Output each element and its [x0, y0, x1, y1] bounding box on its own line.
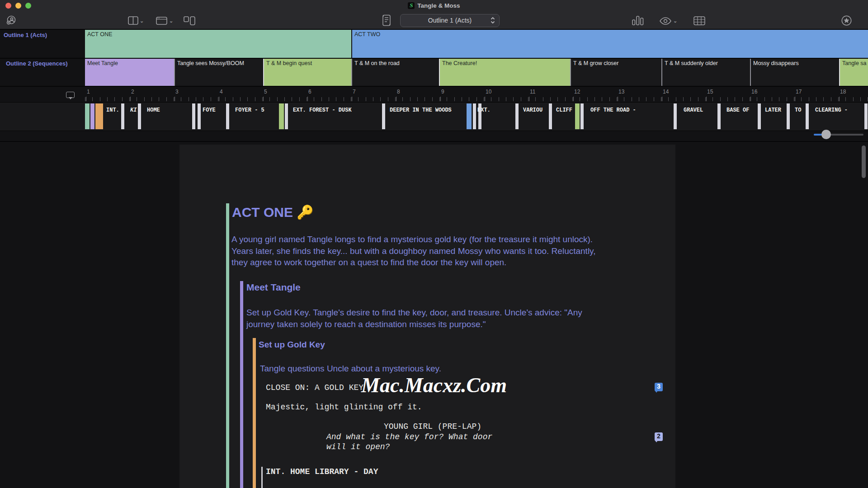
timeline-zoom-slider-knob[interactable]	[821, 130, 831, 139]
ruler-page-number: 2	[131, 89, 134, 95]
app-icon: S	[408, 2, 415, 9]
sequence-block[interactable]: T & M grow closer	[570, 59, 661, 86]
scene-boundary-marker[interactable]	[674, 103, 677, 129]
sequence-block[interactable]: Meet Tangle	[85, 59, 174, 86]
scene-label[interactable]: TO	[795, 107, 801, 113]
act-summary[interactable]: A young girl named Tangle longs to find …	[231, 234, 613, 268]
sequence-block[interactable]: T & M suddenly older	[661, 59, 750, 86]
ruler-page-number: 18	[840, 89, 846, 95]
scene-color-marker[interactable]	[575, 103, 580, 129]
outline-document-icon[interactable]	[382, 14, 391, 26]
scene-boundary-marker[interactable]	[138, 103, 141, 129]
ruler-page-number: 4	[220, 89, 223, 95]
star-circle-icon[interactable]	[841, 15, 852, 26]
scene-boundary-marker[interactable]	[382, 103, 385, 129]
scene-boundary-marker[interactable]	[758, 103, 761, 129]
window-icon[interactable]	[156, 17, 167, 25]
scene-color-marker[interactable]	[467, 103, 472, 129]
screenplay-action-line[interactable]: Majestic, light glinting off it.	[266, 403, 422, 412]
scene-boundary-marker[interactable]	[192, 103, 195, 129]
outline-indicator-bar	[226, 203, 229, 488]
eye-icon[interactable]	[659, 17, 672, 25]
revision-marker-badge[interactable]: 2	[655, 432, 663, 441]
screenplay-scene-heading[interactable]: INT. HOME LIBRARY - DAY	[266, 467, 378, 476]
app-window: STangle & Moss ⌄ ⌄	[0, 0, 868, 488]
scene-boundary-marker[interactable]	[806, 103, 809, 129]
scene-label[interactable]: FOYE	[203, 107, 216, 113]
scene-label[interactable]: BASE OF	[726, 107, 749, 113]
ruler-page-number: 16	[751, 89, 757, 95]
scene-label[interactable]: GRAVEL	[684, 107, 703, 113]
popup-updown-icon	[491, 16, 495, 24]
screenplay-dialogue-line[interactable]: And what is the key for? What door	[326, 432, 492, 441]
chevron-down-icon[interactable]: ⌄	[169, 18, 173, 24]
bar-chart-icon[interactable]	[632, 16, 644, 25]
outline-selector-dropdown[interactable]: Outline 1 (Acts)	[400, 14, 500, 27]
sequence-block[interactable]: Tangle sa	[839, 59, 868, 86]
scene-label[interactable]: KI	[130, 107, 137, 113]
sequence-block[interactable]: Tangle sees Mossy/BOOM	[174, 59, 263, 86]
scene-label[interactable]: VARIOU	[523, 107, 542, 113]
ruler-page-number: 7	[353, 89, 356, 95]
scene-label[interactable]: OFF THE ROAD -	[590, 107, 636, 113]
outline-selector-value: Outline 1 (Acts)	[428, 17, 472, 24]
scene-boundary-marker[interactable]	[226, 103, 229, 129]
badge-value: 3	[657, 383, 660, 390]
chevron-down-icon[interactable]: ⌄	[673, 18, 677, 24]
scene-color-marker[interactable]	[90, 103, 94, 129]
scene-label[interactable]: EXT. FOREST - DUSK	[293, 107, 352, 113]
scene-label[interactable]: DEEPER IN THE WOODS	[390, 107, 452, 113]
comment-bubble-icon[interactable]	[66, 92, 75, 98]
beat-summary[interactable]: Tangle questions Uncle about a mysteriou…	[260, 363, 622, 375]
scene-boundary-marker[interactable]	[787, 103, 790, 129]
scene-boundary-marker[interactable]	[473, 103, 476, 129]
scene-label[interactable]: FOYER - 5	[235, 107, 264, 113]
sequence-block[interactable]: T & M begin quest	[263, 59, 351, 86]
script-track: INT.KIHOMEFOYEFOYER - 5EXT. FOREST - DUS…	[0, 103, 868, 131]
scene-boundary-marker[interactable]	[580, 103, 584, 129]
sequence-block[interactable]: Mossy disappears	[750, 59, 839, 86]
screenplay-character-cue[interactable]: YOUNG GIRL (PRE-LAP)	[384, 422, 481, 431]
ruler-page-number: 17	[796, 89, 802, 95]
scene-label[interactable]: CLIFF	[556, 107, 572, 113]
chevron-down-icon[interactable]: ⌄	[140, 18, 144, 24]
sequence-heading[interactable]: Meet Tangle	[246, 282, 301, 293]
screenplay-dialogue-line[interactable]: will it open?	[326, 442, 390, 451]
scene-color-marker[interactable]	[95, 103, 103, 129]
sidebar-columns-icon[interactable]	[128, 16, 138, 25]
script-timeline-row[interactable]: Script INT.KIHOMEFOYEFOYER - 5EXT. FORES…	[0, 102, 868, 131]
beat-heading[interactable]: Set up Gold Key	[259, 340, 325, 350]
sequence-block[interactable]: T & M on the road	[351, 59, 439, 86]
scene-boundary-marker[interactable]	[198, 103, 201, 129]
sequence-summary[interactable]: Set up Gold Key. Tangle's desire to find…	[246, 307, 608, 330]
sequence-block[interactable]: The Creature!	[439, 59, 570, 86]
scene-label[interactable]: HOME	[147, 107, 160, 113]
ruler-page-number: 11	[530, 89, 535, 95]
ruler-page-number: 8	[397, 89, 400, 95]
scene-boundary-marker[interactable]	[121, 103, 124, 129]
cards-overview-icon[interactable]	[184, 16, 195, 25]
table-icon[interactable]	[693, 16, 705, 25]
scene-boundary-marker[interactable]	[285, 103, 288, 129]
ruler-page-number: 10	[486, 89, 491, 95]
scene-color-marker[interactable]	[85, 103, 90, 129]
scene-color-marker[interactable]	[279, 103, 284, 129]
ruler-page-number: 6	[308, 89, 311, 95]
act-block[interactable]: ACT TWO	[352, 30, 868, 58]
scene-boundary-marker[interactable]	[717, 103, 721, 129]
scene-boundary-marker[interactable]	[515, 103, 519, 129]
act-block[interactable]: ACT ONE	[85, 30, 351, 58]
scene-boundary-marker[interactable]	[549, 103, 552, 129]
act-heading[interactable]: ACT ONE 🔑	[232, 204, 314, 220]
scene-boundary-marker[interactable]	[864, 103, 868, 129]
window-chrome: STangle & Moss ⌄ ⌄	[0, 0, 868, 30]
vertical-scrollbar-thumb[interactable]	[862, 145, 866, 178]
scene-label[interactable]: LATER	[765, 107, 781, 113]
characters-icon[interactable]	[6, 15, 17, 26]
scene-label[interactable]: INT.	[106, 107, 119, 113]
revision-marker-badge[interactable]: 3	[655, 383, 663, 391]
ruler-minor-ticks	[85, 97, 868, 101]
scene-label[interactable]: CLEARING -	[815, 107, 848, 113]
ruler-page-number: 3	[175, 89, 179, 95]
scene-label[interactable]: EXT.	[477, 107, 491, 113]
